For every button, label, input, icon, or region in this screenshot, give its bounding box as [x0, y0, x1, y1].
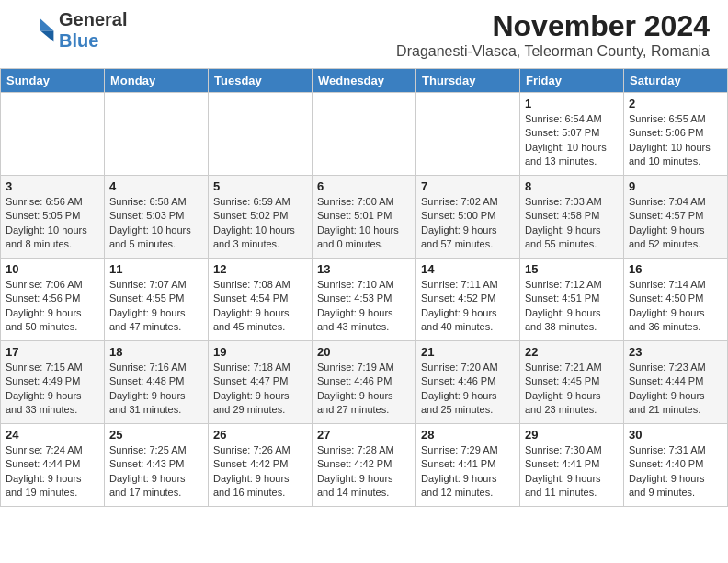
calendar-cell: 5Sunrise: 6:59 AM Sunset: 5:02 PM Daylig…	[209, 176, 313, 259]
day-info: Sunrise: 7:08 AM Sunset: 4:54 PM Dayligh…	[213, 278, 307, 335]
day-of-week-thursday: Thursday	[416, 69, 520, 93]
day-info: Sunrise: 7:14 AM Sunset: 4:50 PM Dayligh…	[629, 278, 722, 335]
week-row-4: 17Sunrise: 7:15 AM Sunset: 4:49 PM Dayli…	[1, 341, 728, 424]
day-number: 25	[109, 428, 203, 442]
day-number: 26	[213, 428, 307, 442]
day-info: Sunrise: 7:15 AM Sunset: 4:49 PM Dayligh…	[6, 361, 99, 418]
calendar-cell: 12Sunrise: 7:08 AM Sunset: 4:54 PM Dayli…	[209, 259, 313, 341]
calendar-cell: 3Sunrise: 6:56 AM Sunset: 5:05 PM Daylig…	[1, 176, 105, 259]
calendar-header-row: SundayMondayTuesdayWednesdayThursdayFrid…	[1, 69, 728, 93]
day-number: 1	[525, 97, 619, 110]
day-info: Sunrise: 7:20 AM Sunset: 4:46 PM Dayligh…	[421, 361, 515, 418]
day-info: Sunrise: 7:02 AM Sunset: 5:00 PM Dayligh…	[421, 195, 515, 252]
calendar-cell: 6Sunrise: 7:00 AM Sunset: 5:01 PM Daylig…	[313, 176, 416, 259]
day-number: 15	[525, 262, 619, 276]
calendar-cell: 1Sunrise: 6:54 AM Sunset: 5:07 PM Daylig…	[520, 93, 624, 176]
calendar-cell: 28Sunrise: 7:29 AM Sunset: 4:41 PM Dayli…	[416, 424, 520, 507]
day-of-week-saturday: Saturday	[624, 69, 728, 93]
day-number: 27	[317, 428, 411, 442]
calendar-cell: 14Sunrise: 7:11 AM Sunset: 4:52 PM Dayli…	[416, 259, 520, 341]
calendar-cell: 25Sunrise: 7:25 AM Sunset: 4:43 PM Dayli…	[105, 424, 209, 507]
calendar-cell: 29Sunrise: 7:30 AM Sunset: 4:41 PM Dayli…	[520, 424, 624, 507]
day-number: 29	[525, 428, 619, 442]
calendar-cell: 23Sunrise: 7:23 AM Sunset: 4:44 PM Dayli…	[624, 341, 728, 424]
day-info: Sunrise: 6:58 AM Sunset: 5:03 PM Dayligh…	[109, 195, 203, 252]
calendar-cell: 22Sunrise: 7:21 AM Sunset: 4:45 PM Dayli…	[520, 341, 624, 424]
day-info: Sunrise: 7:00 AM Sunset: 5:01 PM Dayligh…	[317, 195, 411, 252]
day-info: Sunrise: 7:18 AM Sunset: 4:47 PM Dayligh…	[213, 361, 307, 418]
day-number: 13	[317, 262, 411, 276]
day-number: 4	[109, 179, 203, 193]
calendar-cell: 7Sunrise: 7:02 AM Sunset: 5:00 PM Daylig…	[416, 176, 520, 259]
day-number: 14	[421, 262, 515, 276]
day-number: 17	[6, 345, 99, 359]
day-number: 21	[421, 345, 515, 359]
day-info: Sunrise: 7:03 AM Sunset: 4:58 PM Dayligh…	[525, 195, 619, 252]
day-number: 12	[213, 262, 307, 276]
calendar-cell: 21Sunrise: 7:20 AM Sunset: 4:46 PM Dayli…	[416, 341, 520, 424]
day-info: Sunrise: 7:30 AM Sunset: 4:41 PM Dayligh…	[525, 443, 619, 500]
calendar-cell: 11Sunrise: 7:07 AM Sunset: 4:55 PM Dayli…	[105, 259, 209, 341]
day-info: Sunrise: 7:11 AM Sunset: 4:52 PM Dayligh…	[421, 278, 515, 335]
calendar-cell: 15Sunrise: 7:12 AM Sunset: 4:51 PM Dayli…	[520, 259, 624, 341]
calendar-cell: 20Sunrise: 7:19 AM Sunset: 4:46 PM Dayli…	[313, 341, 416, 424]
week-row-1: 1Sunrise: 6:54 AM Sunset: 5:07 PM Daylig…	[1, 93, 728, 176]
day-number: 11	[109, 262, 203, 276]
day-number: 8	[525, 179, 619, 193]
logo-icon	[18, 17, 55, 44]
day-number: 24	[6, 428, 99, 442]
logo-general-text: General	[59, 9, 127, 29]
day-info: Sunrise: 7:31 AM Sunset: 4:40 PM Dayligh…	[629, 443, 722, 500]
calendar-cell: 10Sunrise: 7:06 AM Sunset: 4:56 PM Dayli…	[1, 259, 105, 341]
day-info: Sunrise: 6:55 AM Sunset: 5:06 PM Dayligh…	[629, 112, 722, 169]
day-number: 5	[213, 179, 307, 193]
calendar-cell	[416, 93, 520, 176]
day-number: 18	[109, 345, 203, 359]
calendar-cell: 8Sunrise: 7:03 AM Sunset: 4:58 PM Daylig…	[520, 176, 624, 259]
calendar-cell	[313, 93, 416, 176]
day-number: 2	[629, 97, 722, 110]
day-info: Sunrise: 7:19 AM Sunset: 4:46 PM Dayligh…	[317, 361, 411, 418]
calendar-cell: 4Sunrise: 6:58 AM Sunset: 5:03 PM Daylig…	[105, 176, 209, 259]
day-number: 3	[6, 179, 99, 193]
calendar-cell: 27Sunrise: 7:28 AM Sunset: 4:42 PM Dayli…	[313, 424, 416, 507]
day-info: Sunrise: 7:21 AM Sunset: 4:45 PM Dayligh…	[525, 361, 619, 418]
day-info: Sunrise: 7:07 AM Sunset: 4:55 PM Dayligh…	[109, 278, 203, 335]
day-info: Sunrise: 7:06 AM Sunset: 4:56 PM Dayligh…	[6, 278, 99, 335]
day-of-week-sunday: Sunday	[1, 69, 105, 93]
day-number: 7	[421, 179, 515, 193]
day-info: Sunrise: 6:59 AM Sunset: 5:02 PM Dayligh…	[213, 195, 307, 252]
day-info: Sunrise: 7:10 AM Sunset: 4:53 PM Dayligh…	[317, 278, 411, 335]
day-info: Sunrise: 7:28 AM Sunset: 4:42 PM Dayligh…	[317, 443, 411, 500]
svg-marker-1	[40, 30, 53, 41]
logo: General Blue	[18, 9, 127, 52]
day-info: Sunrise: 7:26 AM Sunset: 4:42 PM Dayligh…	[213, 443, 307, 500]
day-info: Sunrise: 7:25 AM Sunset: 4:43 PM Dayligh…	[109, 443, 203, 500]
day-info: Sunrise: 7:29 AM Sunset: 4:41 PM Dayligh…	[421, 443, 515, 500]
calendar-cell	[1, 93, 105, 176]
day-of-week-wednesday: Wednesday	[313, 69, 416, 93]
location-title: Draganesti-Vlasca, Teleorman County, Rom…	[396, 43, 710, 60]
calendar-cell: 19Sunrise: 7:18 AM Sunset: 4:47 PM Dayli…	[209, 341, 313, 424]
week-row-5: 24Sunrise: 7:24 AM Sunset: 4:44 PM Dayli…	[1, 424, 728, 507]
page-header: General Blue November 2024 Draganesti-Vl…	[0, 0, 728, 64]
day-info: Sunrise: 7:12 AM Sunset: 4:51 PM Dayligh…	[525, 278, 619, 335]
day-number: 30	[629, 428, 722, 442]
calendar-cell: 26Sunrise: 7:26 AM Sunset: 4:42 PM Dayli…	[209, 424, 313, 507]
svg-marker-0	[40, 19, 53, 31]
day-number: 23	[629, 345, 722, 359]
day-number: 22	[525, 345, 619, 359]
calendar-cell: 2Sunrise: 6:55 AM Sunset: 5:06 PM Daylig…	[624, 93, 728, 176]
day-info: Sunrise: 7:04 AM Sunset: 4:57 PM Dayligh…	[629, 195, 722, 252]
calendar-cell	[105, 93, 209, 176]
day-number: 20	[317, 345, 411, 359]
day-info: Sunrise: 7:24 AM Sunset: 4:44 PM Dayligh…	[6, 443, 99, 500]
week-row-3: 10Sunrise: 7:06 AM Sunset: 4:56 PM Dayli…	[1, 259, 728, 341]
logo-blue-text: Blue	[59, 30, 98, 51]
calendar-cell: 18Sunrise: 7:16 AM Sunset: 4:48 PM Dayli…	[105, 341, 209, 424]
day-info: Sunrise: 7:23 AM Sunset: 4:44 PM Dayligh…	[629, 361, 722, 418]
calendar-table: SundayMondayTuesdayWednesdayThursdayFrid…	[0, 68, 728, 507]
calendar-cell: 17Sunrise: 7:15 AM Sunset: 4:49 PM Dayli…	[1, 341, 105, 424]
day-info: Sunrise: 7:16 AM Sunset: 4:48 PM Dayligh…	[109, 361, 203, 418]
title-block: November 2024 Draganesti-Vlasca, Teleorm…	[396, 9, 710, 60]
